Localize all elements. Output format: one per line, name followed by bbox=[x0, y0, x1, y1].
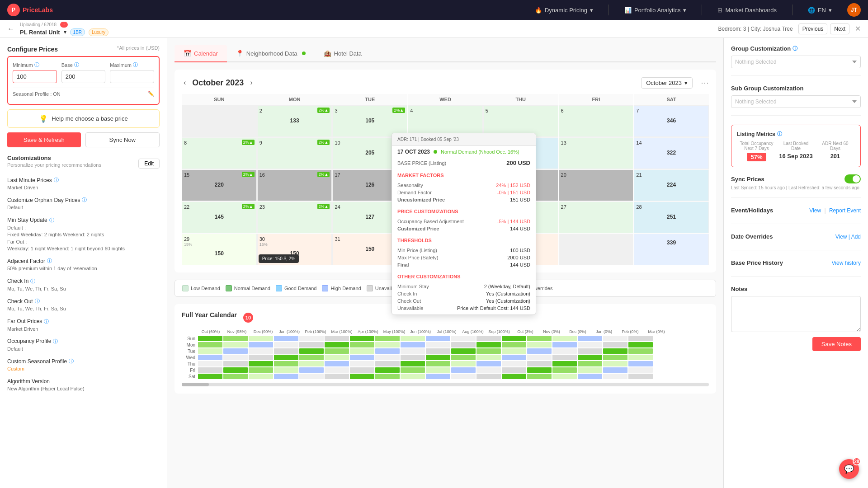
cal-day-nov4[interactable]: 339 bbox=[634, 234, 709, 265]
full-year-grid-wrapper[interactable]: Oct (60%) Nov (98%) Dec (90%) Jan (100%)… bbox=[182, 329, 709, 379]
fy-cell bbox=[476, 374, 501, 379]
minimum-price-input[interactable] bbox=[13, 70, 57, 83]
info-icon-metrics[interactable]: ⓘ bbox=[777, 131, 782, 137]
info-icon[interactable]: ⓘ bbox=[53, 338, 58, 345]
fy-cell bbox=[476, 355, 501, 360]
cal-day-5[interactable]: 5 bbox=[483, 105, 558, 137]
info-icon[interactable]: ⓘ bbox=[54, 177, 59, 183]
cal-day-8[interactable]: 8 2%▲ bbox=[182, 137, 257, 169]
info-icon[interactable]: ⓘ bbox=[82, 197, 87, 203]
full-year-section: Full Year Calendar 10 Oct (60%) Nov (98%… bbox=[175, 304, 716, 394]
fy-cell bbox=[426, 367, 450, 373]
fy-cell bbox=[274, 348, 298, 354]
language-selector[interactable]: 🌐 EN ▾ bbox=[803, 5, 836, 15]
maximum-price-input[interactable] bbox=[110, 70, 154, 83]
fy-cell bbox=[350, 342, 374, 347]
cal-day-14[interactable]: 14 322 bbox=[634, 137, 709, 169]
cal-day-4[interactable]: 4 bbox=[408, 105, 483, 137]
cal-day-6[interactable]: 6 bbox=[559, 105, 634, 137]
tab-calendar[interactable]: 📅 Calendar bbox=[175, 45, 227, 62]
cal-day-21[interactable]: 21 224 bbox=[634, 169, 709, 201]
chevron-down-icon: ▾ bbox=[684, 80, 688, 86]
info-icon[interactable]: ⓘ bbox=[69, 358, 74, 365]
sub-group-customization-select[interactable]: Nothing Selected bbox=[731, 95, 861, 108]
back-button[interactable]: ← bbox=[7, 25, 14, 33]
events-title: Event/Holidays bbox=[731, 207, 773, 214]
cal-day-7[interactable]: 7 346 bbox=[634, 105, 709, 137]
fy-cell bbox=[527, 367, 552, 373]
next-listing-button[interactable]: Next bbox=[830, 23, 849, 34]
calendar-month-title: October 2023 bbox=[192, 78, 244, 88]
price-tooltip-popup: ADR: 171 | Booked 05 Sep '23 17 OCT 2023… bbox=[392, 133, 536, 315]
info-icon[interactable]: ⓘ bbox=[44, 318, 49, 325]
info-icon[interactable]: ⓘ bbox=[47, 258, 52, 264]
base-price-input[interactable] bbox=[61, 70, 106, 83]
next-month-button[interactable]: › bbox=[248, 77, 254, 89]
day-header-wed: WED bbox=[408, 94, 483, 105]
sync-now-button[interactable]: Sync Now bbox=[85, 132, 160, 147]
sync-prices-section: Sync Prices Last Synced: 15 hours ago | … bbox=[731, 174, 861, 198]
month-select[interactable]: October 2023 ▾ bbox=[641, 77, 693, 89]
base-price-view-link[interactable]: View history bbox=[832, 260, 861, 266]
user-avatar[interactable]: JT bbox=[847, 3, 861, 17]
help-icon: 💡 bbox=[39, 114, 48, 123]
full-year-scrollbar[interactable] bbox=[182, 383, 709, 386]
info-icon-max[interactable]: ⓘ bbox=[133, 61, 138, 68]
portfolio-analytics-nav[interactable]: 📊 Portfolio Analytics ▾ bbox=[620, 5, 691, 15]
fy-cell bbox=[451, 342, 476, 347]
fy-cell bbox=[375, 355, 400, 360]
cal-day-27[interactable]: 27 bbox=[559, 202, 634, 233]
group-customization-select[interactable]: Nothing Selected bbox=[731, 56, 861, 68]
prev-month-button[interactable]: ‹ bbox=[182, 77, 188, 89]
notes-textarea[interactable] bbox=[731, 296, 861, 332]
tab-hotel-data[interactable]: 🏨 Hotel Data bbox=[315, 45, 371, 62]
cal-day-2[interactable]: 2 2%▲ 133 bbox=[257, 105, 332, 137]
close-button[interactable]: ✕ bbox=[855, 24, 861, 33]
cal-day-13[interactable]: 13 bbox=[559, 137, 634, 169]
cal-day-3[interactable]: 3 2%▲ 105 bbox=[332, 105, 407, 137]
info-icon[interactable]: ⓘ bbox=[49, 217, 54, 224]
events-view-link[interactable]: View bbox=[809, 207, 821, 214]
cal-day-28[interactable]: 28 251 bbox=[634, 202, 709, 233]
fy-cell bbox=[223, 336, 248, 341]
info-icon-min[interactable]: ⓘ bbox=[34, 61, 39, 68]
tab-neighborhood-data[interactable]: 📍 Neighborhood Data bbox=[227, 45, 315, 62]
help-choose-price-button[interactable]: 💡 Help me choose a base price bbox=[7, 109, 160, 128]
cal-day-20[interactable]: 20 bbox=[559, 169, 634, 201]
cal-day-30[interactable]: 30 15% 150 Price: 150 $, 2% bbox=[257, 234, 332, 265]
cal-day-23[interactable]: 23 2%▲ bbox=[257, 202, 332, 233]
cal-day-15[interactable]: 15 2%▲ 220 bbox=[182, 169, 257, 201]
fy-cell bbox=[223, 355, 248, 360]
edit-seasonal-icon[interactable]: ✏️ bbox=[148, 91, 154, 97]
fy-cell bbox=[502, 374, 526, 379]
date-overrides-view-link[interactable]: View | Add bbox=[835, 234, 861, 240]
chat-button[interactable]: 💬 28 bbox=[839, 459, 859, 479]
events-report-link[interactable]: Report Event bbox=[829, 207, 861, 214]
fy-cell bbox=[249, 361, 273, 366]
cal-day-16[interactable]: 16 2%▲ bbox=[257, 169, 332, 201]
fy-cell bbox=[401, 374, 425, 379]
info-icon-group[interactable]: ⓘ bbox=[793, 45, 797, 52]
cal-day-9[interactable]: 9 2%▲ bbox=[257, 137, 332, 169]
info-icon-base[interactable]: ⓘ bbox=[74, 61, 79, 68]
sync-toggle[interactable] bbox=[844, 174, 861, 183]
base-price-history-row: Base Price History View history bbox=[731, 259, 861, 266]
info-icon[interactable]: ⓘ bbox=[30, 278, 35, 285]
tooltip-thresholds: Min Price (Listing) 100 USD Max Price (S… bbox=[392, 244, 536, 271]
save-notes-button[interactable]: Save Notes bbox=[812, 337, 861, 351]
fy-cell bbox=[603, 342, 627, 347]
cal-day-22[interactable]: 22 2%▲ 145 bbox=[182, 202, 257, 233]
fy-cell bbox=[527, 361, 552, 366]
more-options-icon[interactable]: ⋯ bbox=[701, 78, 709, 88]
prev-listing-button[interactable]: Previous bbox=[798, 23, 828, 34]
fy-cell bbox=[578, 361, 602, 366]
dynamic-pricing-nav[interactable]: 🔥 Dynamic Pricing ▾ bbox=[530, 5, 598, 15]
listing-name[interactable]: PL Rental Unit bbox=[20, 29, 60, 36]
info-icon[interactable]: ⓘ bbox=[35, 298, 40, 305]
market-dashboards-nav[interactable]: ⊞ Market Dashboards bbox=[713, 5, 781, 15]
fy-cell bbox=[325, 336, 349, 341]
cal-day-29[interactable]: 29 15% 150 bbox=[182, 234, 257, 265]
save-refresh-button[interactable]: Save & Refresh bbox=[7, 132, 81, 147]
events-row: Event/Holidays View | Report Event bbox=[731, 207, 861, 214]
customizations-edit-button[interactable]: Edit bbox=[138, 159, 160, 169]
